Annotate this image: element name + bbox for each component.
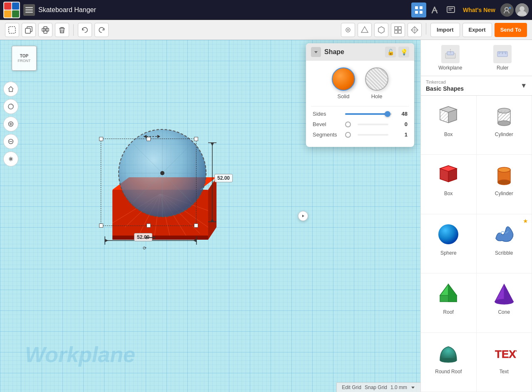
svg-point-19 [520, 6, 525, 11]
svg-rect-55 [112, 236, 208, 240]
home-view-button[interactable] [3, 82, 18, 97]
ruler-icon [493, 45, 512, 63]
svg-rect-2 [12, 2, 19, 10]
svg-rect-9 [420, 6, 423, 9]
build-mode-button[interactable] [428, 4, 442, 16]
view-toolbar: Import Export Send To [341, 23, 527, 37]
hole-option[interactable]: Hole [365, 67, 388, 99]
workplane-button[interactable]: Workplane [426, 43, 475, 72]
sides-value: 48 [395, 111, 408, 117]
shapes-grid: Box C [421, 96, 532, 392]
svg-marker-109 [448, 284, 457, 302]
cone-thumb [491, 280, 517, 307]
bevel-slider[interactable] [358, 124, 388, 125]
view-light-button[interactable] [341, 23, 355, 37]
view-wireframe-button[interactable] [408, 23, 422, 37]
svg-rect-33 [398, 30, 401, 33]
shape-item-cylinder-orange[interactable]: Cylinder [477, 155, 532, 214]
svg-rect-6 [25, 9, 33, 10]
grid-view-button[interactable] [411, 2, 426, 17]
orient-button[interactable] [3, 151, 18, 166]
box-grey-label: Box [444, 131, 453, 137]
hole-circle [365, 67, 388, 91]
sides-slider[interactable] [345, 113, 392, 115]
copy-button[interactable] [22, 23, 36, 37]
export-button[interactable]: Export [462, 23, 492, 37]
shape-item-box-red[interactable]: Box [421, 155, 477, 214]
edit-grid-label[interactable]: Edit Grid [342, 385, 361, 390]
delete-button[interactable] [55, 23, 69, 37]
whats-new-button[interactable]: What's New [460, 5, 499, 15]
community-button[interactable] [444, 4, 458, 16]
shape-item-round-roof[interactable]: Round Roof [421, 333, 477, 392]
svg-marker-115 [314, 51, 318, 53]
toolbar-separator-1 [73, 24, 74, 36]
bevel-radio[interactable] [345, 122, 351, 127]
svg-marker-45 [208, 177, 216, 240]
svg-rect-25 [44, 27, 47, 33]
svg-rect-3 [4, 10, 11, 17]
select-all-button[interactable] [5, 23, 19, 37]
svg-marker-81 [302, 215, 304, 217]
shape-item-text[interactable]: TEXT Text [477, 333, 532, 392]
ruler-button[interactable]: Ruler [478, 43, 527, 72]
project-menu-icon[interactable] [23, 4, 35, 16]
shapes-library-header: Tinkercad Basic Shapes ▼ [421, 76, 532, 96]
svg-rect-20 [9, 27, 15, 33]
snap-value: 1.0 mm [390, 385, 407, 390]
shape-panel-title: Shape [324, 48, 382, 56]
redo-button[interactable] [94, 23, 109, 37]
rotate-view-button[interactable] [3, 99, 18, 114]
main-toolbar: Import Export Send To [0, 20, 532, 40]
cylinder-orange-thumb [491, 161, 517, 188]
solid-option[interactable]: Solid [332, 67, 355, 99]
ruler-label: Ruler [497, 65, 509, 71]
round-roof-label: Round Roof [435, 369, 462, 375]
undo-button[interactable] [78, 23, 92, 37]
svg-rect-13 [448, 8, 453, 9]
canvas-status-bar: Edit Grid Snap Grid 1.0 mm [336, 382, 420, 392]
shape-item-sphere[interactable]: Sphere [421, 214, 477, 273]
svg-rect-32 [395, 30, 398, 33]
shape-item-roof[interactable]: Roof [421, 273, 477, 332]
zoom-in-button[interactable] [3, 117, 18, 131]
workplane-label: Workplane [438, 65, 462, 71]
snap-dropdown-icon[interactable] [410, 385, 415, 390]
group-button[interactable] [38, 23, 52, 37]
zoom-out-button[interactable] [3, 134, 18, 149]
view-grid-button[interactable] [391, 23, 405, 37]
send-to-button[interactable]: Send To [495, 23, 527, 37]
library-dropdown-button[interactable]: ▼ [520, 82, 527, 89]
box-red-label: Box [444, 191, 453, 196]
svg-rect-30 [395, 27, 398, 30]
svg-rect-14 [448, 10, 452, 10]
cylinder-hole-shape[interactable] [117, 127, 208, 221]
shape-panel-collapse-button[interactable] [311, 47, 321, 57]
svg-rect-8 [415, 6, 418, 9]
round-roof-thumb [435, 340, 462, 366]
shape-item-scribble[interactable]: ★ Scribble [477, 214, 532, 273]
view-shape-button[interactable] [358, 23, 372, 37]
panel-collapse-button[interactable] [298, 211, 308, 221]
svg-point-65 [160, 171, 164, 175]
shape-item-box-grey[interactable]: Box [421, 96, 477, 155]
shape-item-cylinder-grey[interactable]: Cylinder [477, 96, 532, 155]
view-hex-button[interactable] [374, 23, 388, 37]
solid-circle [332, 67, 355, 91]
add-user-button[interactable] [500, 3, 514, 17]
shape-light-icon[interactable]: 💡 [398, 47, 409, 57]
shape-lock-icon[interactable]: 🔓 [385, 47, 396, 57]
roof-thumb [435, 280, 462, 307]
import-button[interactable]: Import [430, 23, 460, 37]
user-avatar[interactable] [515, 3, 529, 17]
library-title: Basic Shapes [426, 85, 520, 92]
bevel-value: 0 [395, 121, 408, 127]
view-cube[interactable]: TOP FRONT [12, 46, 37, 71]
shape-properties: Sides 48 Bevel 0 Segments 1 [306, 107, 414, 142]
shape-item-cone[interactable]: Cone [477, 273, 532, 332]
sides-slider-thumb[interactable] [385, 111, 390, 117]
segments-radio[interactable] [345, 132, 351, 138]
svg-point-113 [440, 358, 457, 362]
segments-slider[interactable] [358, 134, 388, 136]
svg-point-15 [505, 7, 508, 11]
